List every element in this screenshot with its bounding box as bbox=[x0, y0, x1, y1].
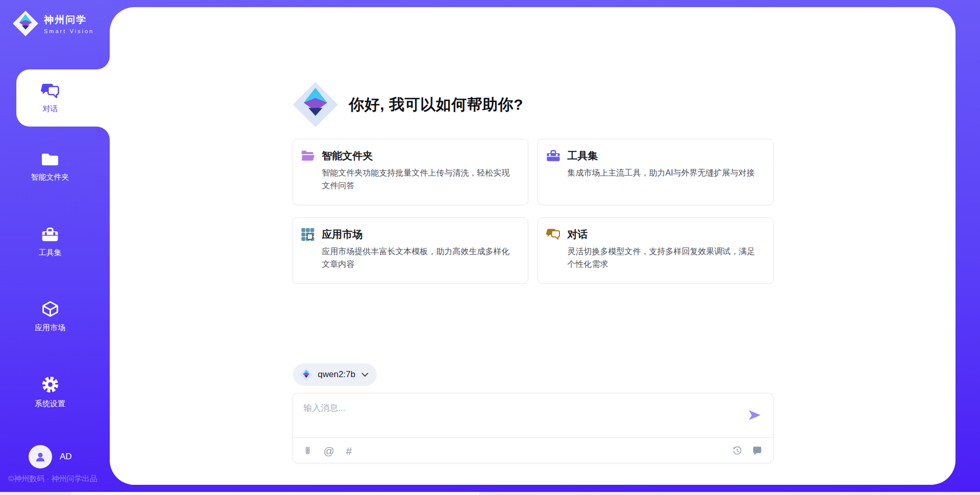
app-grid-icon bbox=[301, 228, 315, 241]
mention-icon: @ bbox=[324, 445, 334, 456]
user-initials: AD bbox=[60, 452, 72, 462]
logo-diamond-icon bbox=[292, 81, 339, 128]
sidebar-item-toolset[interactable]: 工具集 bbox=[0, 227, 100, 258]
sidebar-item-label: 应用市场 bbox=[35, 323, 65, 333]
feedback-button[interactable] bbox=[752, 445, 763, 456]
sidebar-item-label: 工具集 bbox=[39, 248, 62, 258]
scrollbar-thumb[interactable] bbox=[71, 492, 480, 495]
card-chat[interactable]: 对话 灵活切换多模型文件，支持多样回复效果调试，满足个性化需求 bbox=[537, 217, 774, 284]
card-title: 工具集 bbox=[568, 149, 598, 163]
horizontal-scrollbar[interactable] bbox=[0, 492, 980, 495]
hashtag-button[interactable]: # bbox=[344, 445, 355, 456]
sidebar-item-label: 对话 bbox=[43, 104, 58, 114]
main-panel: 你好, 我可以如何帮助你? 智能文件夹 智能文件夹功能支持批量文件上传与清洗，轻… bbox=[110, 7, 955, 485]
card-smart-folder[interactable]: 智能文件夹 智能文件夹功能支持批量文件上传与清洗，轻松实现文件问答 bbox=[292, 139, 528, 205]
sidebar-item-smart-folder[interactable]: 智能文件夹 bbox=[0, 151, 100, 182]
sidebar-item-label: 系统设置 bbox=[35, 399, 65, 409]
message-icon bbox=[752, 445, 763, 456]
person-icon bbox=[34, 450, 47, 463]
send-icon bbox=[748, 408, 762, 422]
paperclip-icon bbox=[304, 445, 314, 456]
sidebar-item-chat[interactable]: 对话 bbox=[16, 69, 110, 127]
card-title: 智能文件夹 bbox=[322, 149, 373, 163]
greeting-title: 你好, 我可以如何帮助你? bbox=[349, 94, 524, 115]
send-button[interactable] bbox=[748, 408, 762, 422]
message-composer: @ # bbox=[292, 393, 774, 463]
sidebar-item-settings[interactable]: 系统设置 bbox=[0, 375, 100, 409]
card-toolset[interactable]: 工具集 集成市场上主流工具，助力AI与外界无缝扩展与对接 bbox=[537, 139, 774, 205]
gear-icon bbox=[41, 375, 60, 394]
feature-cards: 智能文件夹 智能文件夹功能支持批量文件上传与清洗，轻松实现文件问答 工具集 集成… bbox=[292, 139, 774, 284]
user-account[interactable]: AD bbox=[29, 445, 72, 468]
chevron-down-icon bbox=[361, 373, 369, 377]
history-button[interactable] bbox=[732, 445, 743, 456]
toolbox-icon bbox=[546, 149, 560, 163]
avatar bbox=[29, 445, 52, 468]
toolbox-icon bbox=[41, 227, 59, 243]
message-input[interactable] bbox=[304, 402, 732, 432]
sidebar-item-label: 智能文件夹 bbox=[31, 172, 69, 182]
attachment-button[interactable] bbox=[304, 445, 315, 456]
card-description: 应用市场提供丰富长文本模板，助力高效生成多样化文章内容 bbox=[322, 245, 517, 271]
card-description: 集成市场上主流工具，助力AI与外界无缝扩展与对接 bbox=[568, 167, 762, 180]
model-name: qwen2:7b bbox=[318, 369, 356, 380]
card-title: 应用市场 bbox=[322, 228, 363, 241]
chat-bubbles-icon bbox=[546, 228, 560, 241]
mention-button[interactable]: @ bbox=[324, 445, 335, 456]
logo-diamond-icon bbox=[300, 368, 313, 381]
copyright-text: ©神州数码 · 神州问学出品 bbox=[8, 474, 97, 484]
blob-top-fillet bbox=[96, 56, 110, 69]
cube-icon bbox=[41, 301, 60, 318]
card-app-market[interactable]: 应用市场 应用市场提供丰富长文本模板，助力高效生成多样化文章内容 bbox=[292, 217, 528, 284]
history-icon bbox=[732, 445, 743, 456]
sidebar: 神州问学 Smart Vision 对话 智能文件夹 工具集 bbox=[0, 0, 110, 495]
logo-diamond-icon bbox=[12, 10, 39, 37]
app-logo: 神州问学 Smart Vision bbox=[12, 10, 94, 37]
card-description: 灵活切换多模型文件，支持多样回复效果调试，满足个性化需求 bbox=[568, 245, 762, 271]
composer-toolbar: @ # bbox=[304, 438, 763, 463]
folder-open-icon bbox=[301, 149, 315, 163]
blob-bottom-fillet bbox=[96, 127, 110, 140]
app-name: 神州问学 bbox=[44, 13, 94, 27]
greeting-row: 你好, 我可以如何帮助你? bbox=[292, 7, 774, 128]
chat-bubbles-icon bbox=[41, 83, 60, 100]
sidebar-item-app-market[interactable]: 应用市场 bbox=[0, 301, 100, 333]
card-description: 智能文件夹功能支持批量文件上传与清洗，轻松实现文件问答 bbox=[322, 167, 517, 192]
model-selector[interactable]: qwen2:7b bbox=[293, 363, 377, 386]
card-title: 对话 bbox=[568, 228, 588, 241]
folder-icon bbox=[40, 151, 60, 167]
app-subtitle: Smart Vision bbox=[44, 28, 94, 34]
hashtag-icon: # bbox=[346, 445, 352, 456]
